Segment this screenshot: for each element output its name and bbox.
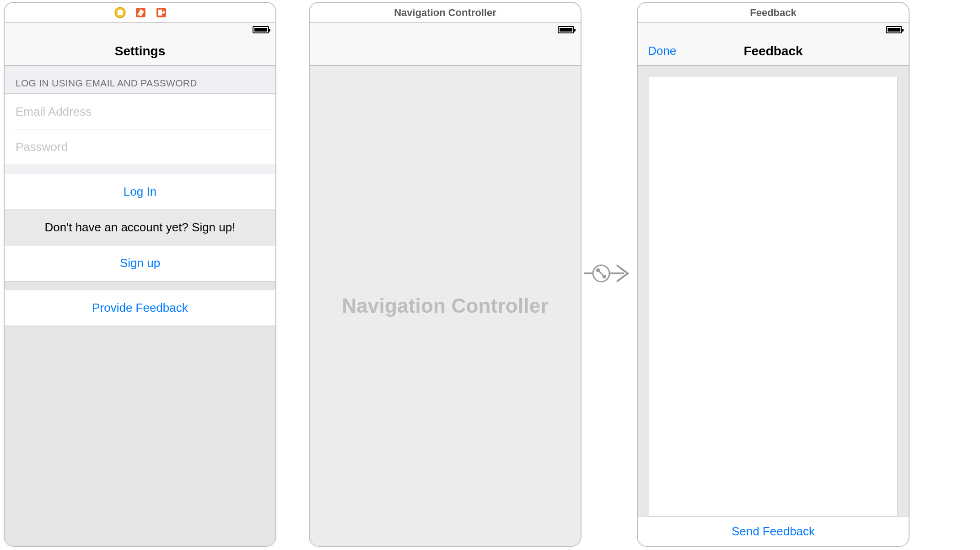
scene-titlebar-settings[interactable] [5, 3, 275, 23]
send-feedback-button[interactable]: Send Feedback [638, 517, 909, 546]
feedback-textview[interactable] [649, 77, 898, 517]
email-cell[interactable] [5, 94, 275, 129]
scene-title-feedback: Feedback [750, 7, 797, 19]
signup-button[interactable]: Sign up [5, 246, 275, 281]
send-feedback-label: Send Feedback [732, 524, 815, 539]
segue-arrow[interactable] [584, 260, 634, 287]
email-field[interactable] [16, 105, 264, 119]
nav-title-feedback: Feedback [743, 44, 802, 59]
login-label: Log In [124, 185, 156, 199]
login-button[interactable]: Log In [5, 174, 275, 210]
battery-icon [253, 26, 269, 33]
provide-feedback-label: Provide Feedback [92, 301, 188, 315]
provide-feedback-button[interactable]: Provide Feedback [5, 290, 275, 326]
status-bar [638, 23, 909, 37]
nav-bar-feedback: Done Feedback [638, 37, 909, 66]
signup-prompt-label: Don't have an account yet? Sign up! [45, 220, 236, 235]
navcontroller-scene[interactable]: Navigation Controller Navigation Control… [309, 2, 582, 547]
signup-label: Sign up [120, 256, 160, 270]
viewcontroller-icon [114, 7, 126, 18]
storyboard-canvas[interactable]: Settings LOG IN USING EMAIL AND PASSWORD… [0, 0, 980, 550]
scene-titlebar-navcontroller[interactable]: Navigation Controller [310, 3, 581, 23]
section-header-login: LOG IN USING EMAIL AND PASSWORD [5, 66, 275, 94]
signup-prompt-cell: Don't have an account yet? Sign up! [5, 210, 275, 246]
feedback-scene[interactable]: Feedback Done Feedback Send Feedback [637, 2, 910, 547]
scene-titlebar-feedback[interactable]: Feedback [638, 3, 909, 23]
svg-rect-4 [158, 10, 162, 16]
password-field[interactable] [16, 140, 264, 154]
scene-title-navcontroller: Navigation Controller [394, 7, 496, 19]
navcontroller-placeholder: Navigation Controller [342, 294, 549, 317]
settings-table[interactable]: LOG IN USING EMAIL AND PASSWORD Log In D… [5, 66, 275, 546]
nav-bar-settings: Settings [5, 37, 275, 66]
feedback-body: Send Feedback [638, 66, 909, 546]
first-responder-icon [135, 7, 146, 18]
done-label: Done [648, 44, 676, 58]
battery-icon [558, 26, 574, 33]
password-cell[interactable] [5, 129, 275, 165]
settings-scene[interactable]: Settings LOG IN USING EMAIL AND PASSWORD… [4, 2, 276, 547]
svg-rect-1 [118, 10, 123, 15]
exit-icon [156, 7, 167, 18]
status-bar [5, 23, 275, 37]
status-bar [310, 23, 581, 37]
done-button[interactable]: Done [648, 44, 676, 58]
nav-title-settings: Settings [115, 44, 165, 59]
battery-icon [886, 26, 902, 33]
nav-bar-navcontroller [310, 37, 581, 66]
navcontroller-body: Navigation Controller [310, 66, 581, 546]
